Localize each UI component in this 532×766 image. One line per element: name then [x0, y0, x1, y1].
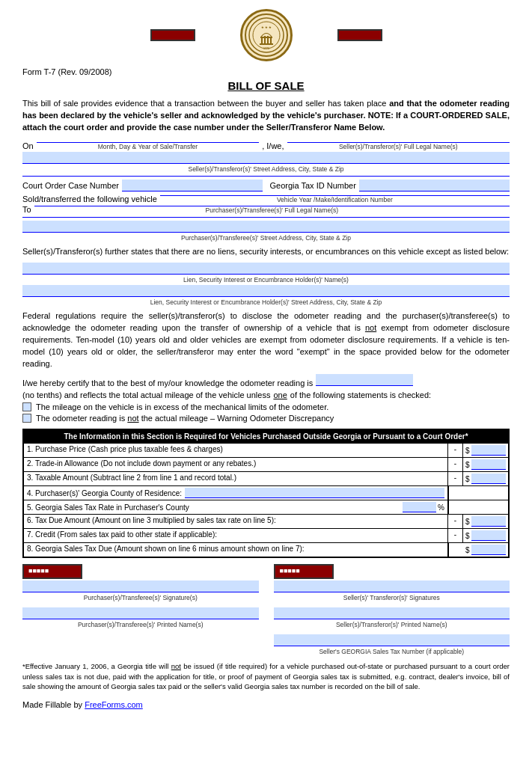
svg-text:★ ★ ★: ★ ★ ★ [260, 25, 271, 29]
georgia-tax-group: Georgia Tax ID Number [270, 180, 510, 192]
row1-dollar: $ [463, 444, 508, 457]
odometer-row: I/we hereby certify that to the best of … [22, 374, 510, 399]
purchaser-printed-line[interactable] [22, 607, 259, 619]
georgia-seal: ★ ★ ★ 1776 [240, 9, 293, 61]
row3-dash: - [448, 472, 463, 485]
checkbox2-label: The odometer reading is not the actual m… [36, 414, 334, 423]
vehicle-group: Vehicle Year /Make/Identification Number [160, 195, 510, 203]
seller-address-row: Seller(s)/Transferor(s)' Street Address,… [22, 152, 510, 173]
table-row: 3. Taxable Amount (Subtract line 2 from … [24, 471, 508, 485]
court-tax-row: Court Order Case Number Georgia Tax ID N… [22, 180, 510, 192]
table-row: 1. Purchase Price (Cash price plus taxab… [24, 443, 508, 457]
row2-dollar-field[interactable] [471, 459, 506, 470]
purchaser-sig-line[interactable] [22, 580, 259, 592]
row8-dollar: $ [463, 543, 508, 557]
seller-printed-line[interactable] [274, 607, 510, 619]
seller-sig-section: ■■■■■ Seller(s)' Transferor(s)' Signatur… [274, 564, 510, 655]
to-label: To [22, 205, 31, 214]
svg-rect-7 [260, 37, 272, 38]
seller-sig-line[interactable] [274, 580, 510, 592]
purchaser-sig-btn-label: ■■■■■ [22, 564, 82, 579]
made-by: Made Fillable by FreeForms.com [22, 700, 510, 709]
lien-address-label: Lien, Security Interest or Encumbrance H… [22, 298, 510, 306]
purchaser-address-field[interactable] [22, 221, 510, 233]
form-title: BILL OF SALE [22, 79, 510, 92]
on-iwe-row: On Month, Day & Year of Sale/Transfer , … [22, 141, 510, 150]
row3-dollar-field[interactable] [471, 474, 506, 484]
row7-dollar-field[interactable] [471, 530, 506, 541]
checkbox2[interactable] [22, 414, 31, 423]
lien-address-field[interactable] [22, 285, 510, 297]
purchaser-printed-label: Purchaser(s)/Transferee(s)' Printed Name… [22, 621, 259, 628]
iwe-label: , I/we, [262, 141, 284, 150]
vehicle-label: Vehicle Year /Make/Identification Number [160, 196, 510, 203]
row5-percent-field[interactable] [403, 502, 436, 512]
on-label: On [22, 141, 34, 150]
table-row: 8. Georgia Sales Tax Due (Amount shown o… [24, 542, 508, 557]
svg-rect-5 [270, 37, 272, 43]
clear-button[interactable] [337, 29, 382, 41]
row1-dollar-field[interactable] [471, 445, 506, 456]
checkbox1-row: The mileage on the vehicle is in excess … [22, 402, 510, 411]
freeforms-link[interactable]: FreeForms.com [85, 700, 143, 709]
purchaser-name-group: Purchaser(s)/Transferee(s)' Full Legal N… [34, 206, 510, 214]
seller-name-group: Seller(s)/Transferor(s)' Full Legal Name… [287, 142, 510, 150]
seller-tax-line[interactable] [274, 634, 510, 646]
row4-label: 4. Purchaser(s)' Georgia County of Resid… [24, 486, 448, 500]
row7-dash: - [448, 529, 463, 542]
court-order-label: Court Order Case Number [22, 181, 119, 190]
row8-label: 8. Georgia Sales Tax Due (Amount shown o… [24, 543, 448, 557]
row7-dollar: $ [463, 529, 508, 542]
further-states-text: Seller(s)/Transferor(s) further states t… [22, 246, 510, 258]
seller-sig-btn-label: ■■■■■ [274, 564, 334, 579]
svg-text:1776: 1776 [263, 47, 269, 50]
lien-name-field[interactable] [22, 263, 510, 275]
page-header: ★ ★ ★ 1776 [22, 0, 510, 67]
purchaser-address-label: Purchaser(s)/Transferee(s)' Street Addre… [22, 234, 510, 242]
row6-dollar-field[interactable] [471, 516, 506, 527]
georgia-tax-label: Georgia Tax ID Number [270, 181, 356, 190]
purchaser-name-label: Purchaser(s)/Transferee(s)' Full Legal N… [34, 206, 510, 214]
court-order-field[interactable] [122, 180, 263, 192]
sale-date-group: Month, Day & Year of Sale/Transfer [37, 142, 259, 150]
vehicle-row: Sold/transferred the following vehicle V… [22, 194, 510, 203]
row2-dollar: $ [463, 458, 508, 471]
seller-tax-label: Seller's GEORGIA Sales Tax Number (if ap… [274, 648, 510, 655]
intro-paragraph: This bill of sale provides evidence that… [22, 98, 510, 134]
row2-dash: - [448, 458, 463, 471]
row3-label: 3. Taxable Amount (Subtract line 2 from … [24, 472, 448, 485]
court-order-group: Court Order Case Number [22, 180, 263, 192]
purchaser-sig-label: Purchaser(s)/Transferee(s)' Signature(s) [22, 594, 259, 601]
odometer-field[interactable] [316, 374, 413, 386]
georgia-tax-field[interactable] [359, 180, 510, 192]
seller-address-label: Seller(s)/Transferor(s)' Street Address,… [22, 165, 510, 173]
footer-note: *Effective January 1, 2006, a Georgia ti… [22, 661, 510, 691]
row8-dollar-field[interactable] [471, 545, 506, 555]
row4-county-field[interactable] [185, 488, 444, 498]
seller-address-field[interactable] [22, 152, 510, 164]
federal-reg-text: Federal regulations require the seller(s… [22, 310, 510, 370]
row7-label: 7. Credit (From sales tax paid to other … [24, 529, 448, 542]
row1-label: 1. Purchase Price (Cash price plus taxab… [24, 444, 448, 457]
row1-dash: - [448, 444, 463, 457]
table-row: 2. Trade-in Allowance (Do not include do… [24, 457, 508, 471]
purchaser-sig-section: ■■■■■ Purchaser(s)/Transferee(s)' Signat… [22, 564, 259, 655]
checkbox2-row: The odometer reading is not the actual m… [22, 414, 510, 423]
table-row: 7. Credit (From sales tax paid to other … [24, 528, 508, 542]
table-header: The Information in this Section is Requi… [24, 430, 508, 443]
svg-rect-6 [260, 43, 273, 45]
purchaser-address-row: Purchaser(s)/Transferee(s)' Street Addre… [22, 221, 510, 242]
vehicle-info-table: The Information in this Section is Requi… [22, 429, 510, 558]
signature-section: ■■■■■ Purchaser(s)/Transferee(s)' Signat… [22, 564, 510, 655]
row6-label: 6. Tax Due Amount (Amount on line 3 mult… [24, 515, 448, 528]
sale-date-label: Month, Day & Year of Sale/Transfer [37, 143, 259, 150]
print-button[interactable] [150, 29, 195, 41]
row3-dollar: $ [463, 472, 508, 485]
sold-label: Sold/transferred the following vehicle [22, 194, 157, 203]
svg-rect-2 [261, 37, 263, 43]
row5-label: 5. Georgia Sales Tax Rate in Purchaser's… [24, 500, 448, 514]
seller-sig-label: Seller(s)' Transferor(s)' Signatures [274, 594, 510, 601]
checkbox1[interactable] [22, 402, 31, 411]
lien-address-row: Lien, Security Interest or Encumbrance H… [22, 285, 510, 306]
table-row: 5. Georgia Sales Tax Rate in Purchaser's… [24, 500, 508, 514]
